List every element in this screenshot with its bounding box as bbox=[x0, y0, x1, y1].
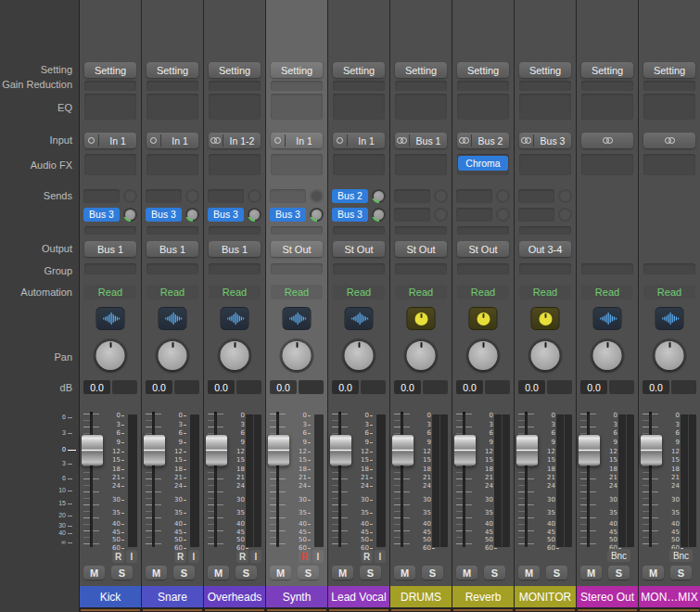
aux-track-icon[interactable] bbox=[469, 307, 498, 330]
volume-fader[interactable] bbox=[392, 435, 414, 465]
send-level-knob[interactable] bbox=[248, 208, 261, 222]
automation-mode-button[interactable]: Read bbox=[581, 285, 633, 300]
input-monitor-button[interactable]: I bbox=[188, 550, 199, 563]
fader-db-value[interactable]: 0.0 bbox=[518, 380, 545, 394]
group-slot[interactable] bbox=[519, 263, 571, 274]
output-button[interactable]: St Out bbox=[333, 241, 385, 257]
input-monitor-button[interactable]: I bbox=[250, 550, 261, 563]
solo-button[interactable]: S bbox=[360, 566, 381, 580]
input-monitor-button[interactable]: I bbox=[375, 550, 386, 563]
audio-fx-slot[interactable] bbox=[581, 154, 633, 175]
pan-knob[interactable] bbox=[221, 341, 249, 370]
channel-setting-button[interactable]: Setting bbox=[146, 62, 198, 78]
group-slot[interactable] bbox=[271, 263, 323, 274]
record-enable-button[interactable]: R bbox=[299, 550, 311, 563]
solo-button[interactable]: S bbox=[173, 566, 195, 580]
audio-waveform-icon[interactable] bbox=[221, 307, 249, 330]
mute-button[interactable]: M bbox=[456, 566, 477, 580]
audio-waveform-icon[interactable] bbox=[593, 307, 622, 330]
track-name-label[interactable]: Overheads bbox=[204, 586, 265, 607]
volume-fader[interactable] bbox=[268, 435, 289, 465]
output-button[interactable]: Bus 1 bbox=[84, 241, 136, 257]
send-level-knob[interactable] bbox=[372, 189, 386, 203]
fader-track[interactable] bbox=[90, 412, 93, 547]
group-slot[interactable] bbox=[84, 263, 136, 274]
volume-fader[interactable] bbox=[206, 435, 227, 465]
volume-fader[interactable] bbox=[454, 435, 476, 465]
audio-waveform-icon[interactable] bbox=[655, 307, 684, 330]
send-bus-button[interactable]: Bus 3 bbox=[83, 208, 120, 222]
channel-setting-button[interactable]: Setting bbox=[519, 62, 571, 78]
audio-fx-slot[interactable] bbox=[146, 154, 198, 175]
channel-setting-button[interactable]: Setting bbox=[643, 62, 695, 78]
group-slot[interactable] bbox=[395, 263, 447, 274]
pan-knob[interactable] bbox=[96, 341, 125, 370]
send-bus-button[interactable]: Bus 3 bbox=[208, 208, 244, 222]
automation-mode-button[interactable]: Read bbox=[395, 285, 447, 300]
audio-fx-slot[interactable] bbox=[209, 154, 261, 175]
send-level-knob[interactable] bbox=[372, 208, 386, 222]
send-bus-button[interactable]: Bus 3 bbox=[146, 208, 182, 222]
solo-button[interactable]: S bbox=[298, 566, 319, 580]
input-button[interactable]: Bus 2 bbox=[457, 133, 509, 148]
pan-knob[interactable] bbox=[283, 341, 312, 370]
audio-fx-slot[interactable] bbox=[333, 154, 385, 175]
fader-track[interactable] bbox=[401, 412, 403, 547]
output-button[interactable]: St Out bbox=[457, 241, 509, 257]
fader-db-value[interactable]: 0.0 bbox=[394, 380, 421, 394]
eq-display[interactable] bbox=[84, 94, 136, 120]
fader-db-value[interactable]: 0.0 bbox=[456, 380, 483, 394]
input-button[interactable] bbox=[581, 133, 633, 148]
input-button[interactable]: In 1-2 bbox=[209, 133, 261, 148]
pan-knob[interactable] bbox=[159, 341, 187, 370]
volume-fader[interactable] bbox=[82, 435, 103, 465]
volume-fader[interactable] bbox=[330, 435, 351, 465]
channel-setting-button[interactable]: Setting bbox=[271, 62, 323, 78]
output-button[interactable]: St Out bbox=[395, 241, 447, 257]
fader-track[interactable] bbox=[276, 412, 279, 547]
mute-button[interactable]: M bbox=[394, 566, 415, 580]
audio-waveform-icon[interactable] bbox=[96, 307, 125, 330]
input-button[interactable] bbox=[643, 133, 695, 148]
fader-db-value[interactable]: 0.0 bbox=[270, 380, 297, 394]
channel-setting-button[interactable]: Setting bbox=[84, 62, 136, 78]
input-monitor-button[interactable]: I bbox=[126, 550, 137, 563]
eq-display[interactable] bbox=[395, 94, 447, 120]
automation-mode-button[interactable]: Read bbox=[643, 285, 695, 300]
output-button[interactable]: Bus 1 bbox=[209, 241, 261, 257]
group-slot[interactable] bbox=[581, 263, 633, 274]
track-name-label[interactable]: DRUMS bbox=[390, 586, 452, 607]
input-button[interactable]: Bus 3 bbox=[519, 133, 571, 148]
channel-setting-button[interactable]: Setting bbox=[209, 62, 261, 78]
eq-display[interactable] bbox=[271, 94, 323, 120]
mute-button[interactable]: M bbox=[518, 566, 540, 580]
mute-button[interactable]: M bbox=[146, 566, 167, 580]
fader-track[interactable] bbox=[525, 412, 528, 547]
eq-display[interactable] bbox=[333, 94, 385, 120]
fader-track[interactable] bbox=[214, 412, 217, 547]
send-bus-button[interactable]: Bus 3 bbox=[270, 208, 306, 222]
aux-track-icon[interactable] bbox=[407, 307, 436, 330]
eq-display[interactable] bbox=[209, 94, 261, 120]
input-button[interactable]: In 1 bbox=[333, 133, 385, 148]
fader-db-value[interactable]: 0.0 bbox=[146, 380, 172, 394]
aux-track-icon[interactable] bbox=[531, 307, 560, 330]
audio-fx-slot[interactable] bbox=[395, 154, 447, 175]
send-level-knob[interactable] bbox=[123, 208, 137, 222]
mute-button[interactable]: M bbox=[332, 566, 353, 580]
mute-button[interactable]: M bbox=[643, 566, 664, 580]
track-name-label[interactable]: Lead Vocal bbox=[328, 586, 389, 607]
pan-knob[interactable] bbox=[345, 341, 374, 370]
send-level-knob[interactable] bbox=[185, 208, 199, 222]
automation-mode-button[interactable]: Read bbox=[333, 285, 385, 300]
record-enable-button[interactable]: R bbox=[361, 550, 373, 563]
group-slot[interactable] bbox=[333, 263, 385, 274]
audio-waveform-icon[interactable] bbox=[159, 307, 187, 330]
audio-fx-slot[interactable] bbox=[271, 154, 323, 175]
channel-setting-button[interactable]: Setting bbox=[457, 62, 509, 78]
input-button[interactable]: Bus 1 bbox=[395, 133, 447, 148]
fader-db-value[interactable]: 0.0 bbox=[643, 380, 669, 394]
fader-track[interactable] bbox=[338, 412, 341, 547]
pan-knob[interactable] bbox=[407, 341, 436, 370]
eq-display[interactable] bbox=[581, 94, 633, 120]
